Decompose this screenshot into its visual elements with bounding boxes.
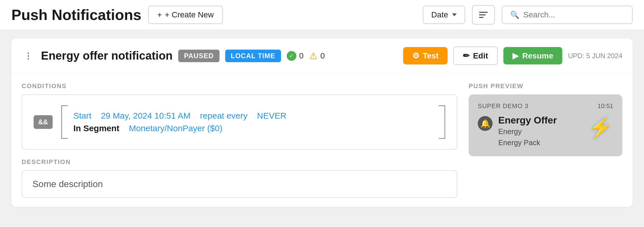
chevron-down-icon bbox=[452, 13, 457, 16]
preview-time: 10:51 bbox=[598, 102, 613, 110]
conditions-box: && Start 29 May, 2024 10:51 AM repeat bbox=[22, 94, 457, 150]
test-label: Test bbox=[423, 51, 439, 60]
update-timestamp: UPD: 5 JUN 2024 bbox=[568, 52, 622, 60]
segment-label: In Segment bbox=[73, 123, 120, 133]
preview-sub1: Energy bbox=[498, 126, 582, 137]
main-content: ⋮ Energy offer notification PAUSED LOCAL… bbox=[0, 30, 644, 216]
paused-badge: PAUSED bbox=[178, 50, 219, 62]
date-filter-button[interactable]: Date bbox=[423, 6, 465, 24]
repeat-every-label: repeat every bbox=[200, 111, 247, 120]
resume-button[interactable]: ▶ Resume bbox=[503, 47, 562, 64]
right-panel: PUSH PREVIEW SUPER DEMO 3 10:51 🔔 Energy… bbox=[469, 82, 622, 198]
card-body: CONDITIONS && Start 29 May, 2024 10:51 bbox=[11, 73, 633, 207]
preview-content: 🔔 Energy Offer Energy Energy Pack ⚡ bbox=[478, 114, 613, 148]
edit-button[interactable]: ✏ Edit bbox=[453, 46, 498, 65]
repeat-never-value: NEVER bbox=[257, 111, 286, 120]
resume-label: Resume bbox=[522, 51, 553, 60]
preview-header: SUPER DEMO 3 10:51 bbox=[478, 102, 613, 110]
preview-text-block: Energy Offer Energy Energy Pack bbox=[498, 114, 582, 148]
local-time-badge: LOCAL TIME bbox=[225, 50, 281, 62]
sort-button[interactable] bbox=[472, 5, 495, 25]
play-icon: ▶ bbox=[512, 51, 519, 60]
check-circle-icon: ✓ bbox=[287, 51, 296, 61]
gear-icon: ⚙ bbox=[412, 51, 419, 60]
push-preview-label: PUSH PREVIEW bbox=[469, 82, 622, 90]
context-menu-button[interactable]: ⋮ bbox=[22, 50, 35, 62]
success-status: ✓ 0 bbox=[287, 51, 304, 61]
page-title: Push Notifications bbox=[11, 6, 141, 23]
pencil-icon: ✏ bbox=[463, 51, 469, 60]
page: Push Notifications + + Create New Date 🔍 bbox=[0, 0, 644, 216]
create-new-label: + Create New bbox=[165, 10, 214, 19]
bell-icon-wrap: 🔔 bbox=[478, 116, 493, 131]
left-panel: CONDITIONS && Start 29 May, 2024 10:51 bbox=[22, 82, 457, 198]
search-icon: 🔍 bbox=[510, 11, 519, 19]
test-button[interactable]: ⚙ Test bbox=[403, 47, 448, 64]
description-text: Some description bbox=[32, 179, 103, 189]
search-input[interactable] bbox=[523, 10, 624, 19]
create-new-button[interactable]: + + Create New bbox=[148, 6, 223, 24]
edit-label: Edit bbox=[473, 51, 488, 60]
card-header: ⋮ Energy offer notification PAUSED LOCAL… bbox=[11, 38, 633, 73]
warning-count: 0 bbox=[320, 51, 325, 60]
start-date-value: 29 May, 2024 10:51 AM bbox=[101, 111, 190, 120]
segment-value: Monetary/NonPayer ($0) bbox=[129, 123, 222, 133]
preview-title: Energy Offer bbox=[498, 114, 582, 126]
preview-app-name: SUPER DEMO 3 bbox=[478, 102, 528, 110]
notification-card: ⋮ Energy offer notification PAUSED LOCAL… bbox=[11, 38, 633, 207]
success-count: 0 bbox=[299, 51, 304, 60]
search-box: 🔍 bbox=[502, 6, 633, 24]
condition-line-2: In Segment Monetary/NonPayer ($0) bbox=[73, 123, 433, 133]
description-box: Some description bbox=[22, 170, 457, 198]
conditions-label: CONDITIONS bbox=[22, 82, 457, 90]
lightning-bolt: ⚡ bbox=[588, 115, 613, 140]
preview-sub2: Energy Pack bbox=[498, 137, 582, 148]
push-preview-box: SUPER DEMO 3 10:51 🔔 Energy Offer Energy… bbox=[469, 94, 622, 156]
date-label: Date bbox=[431, 10, 448, 19]
warning-icon: ⚠ bbox=[309, 50, 317, 61]
bell-icon: 🔔 bbox=[480, 119, 490, 128]
condition-bracket: Start 29 May, 2024 10:51 AM repeat every… bbox=[61, 105, 445, 139]
lightning-icon: ⚡ bbox=[588, 115, 613, 140]
condition-line-1: Start 29 May, 2024 10:51 AM repeat every… bbox=[73, 111, 433, 121]
notification-name: Energy offer notification bbox=[41, 49, 173, 62]
start-label: Start bbox=[73, 111, 91, 120]
plus-icon: + bbox=[157, 10, 162, 19]
condition-row: && Start 29 May, 2024 10:51 AM repeat bbox=[34, 105, 445, 139]
warning-status: ⚠ 0 bbox=[309, 50, 325, 61]
header: Push Notifications + + Create New Date 🔍 bbox=[0, 0, 644, 30]
and-operator-badge: && bbox=[34, 115, 53, 129]
description-label: DESCRIPTION bbox=[22, 158, 457, 166]
